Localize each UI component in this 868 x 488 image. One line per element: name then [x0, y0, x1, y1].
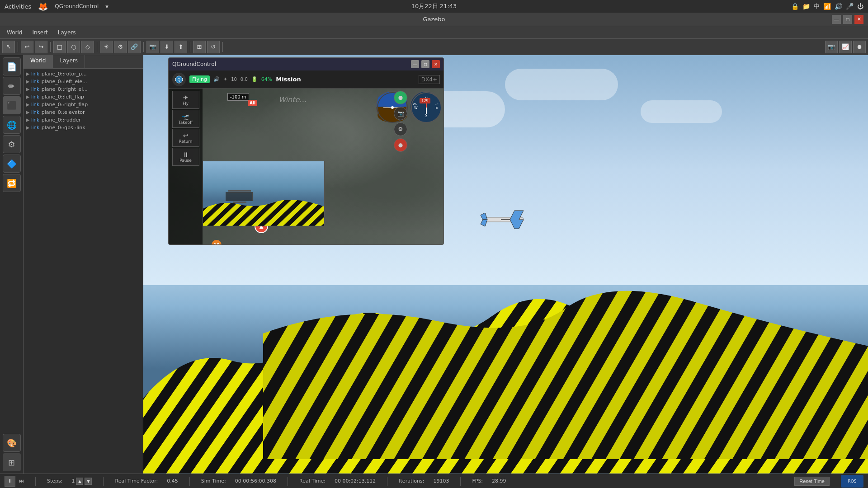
tree-name-5: plane_0::elevator	[42, 109, 85, 115]
sidebar-icon-files[interactable]: 📄	[3, 57, 21, 75]
datetime: 10月22日 21:43	[411, 3, 457, 9]
sidebar-icon-apps[interactable]: ⊞	[3, 453, 21, 471]
tree-item-1[interactable]: ▶ link plane_0::left_ele...	[24, 78, 143, 85]
input-method[interactable]: 中	[814, 2, 820, 10]
return-icon: ↩	[183, 132, 189, 139]
undo-button[interactable]: ↩	[21, 41, 33, 53]
steps-label: Steps:	[47, 478, 62, 484]
menu-insert[interactable]: Insert	[28, 28, 52, 37]
sim-time-label: Sim Time:	[201, 478, 226, 484]
fly-label: Fly	[183, 101, 189, 106]
tree-item-2[interactable]: ▶ link plane_0::right_el...	[24, 85, 143, 93]
fly-button[interactable]: ✈ Fly	[172, 91, 199, 109]
tree-label-3: link	[31, 94, 39, 99]
pause-button[interactable]: ⏸ Pause	[172, 148, 199, 166]
settings-overlay-button[interactable]: ⚙	[394, 122, 407, 136]
tab-world[interactable]: World	[24, 55, 53, 68]
tree-label-0: link	[31, 71, 39, 76]
app-name[interactable]: QGroundControl	[55, 3, 99, 9]
tab-mission[interactable]: Mission	[276, 76, 301, 83]
qgc-titlebar[interactable]: QGroundControl — □ ✕	[169, 58, 443, 70]
mini-drone-silhouette	[226, 192, 253, 201]
qgc-close[interactable]: ✕	[432, 60, 440, 68]
svg-text:129: 129	[421, 99, 428, 103]
close-button[interactable]: ✕	[854, 15, 863, 24]
tree-item-4[interactable]: ▶ link plane_0::right_flap	[24, 101, 143, 108]
sidebar-icon-browser[interactable]: 🌐	[3, 116, 21, 134]
record-tool[interactable]: ⏺	[853, 41, 866, 53]
toolbar-sep-5	[190, 42, 190, 52]
tree-name-6: plane_0::rudder	[42, 117, 81, 123]
menu-layers[interactable]: Layers	[53, 28, 80, 37]
tree-arrow-7: ▶	[26, 125, 31, 131]
tree-name-3: plane_0::left_flap	[42, 94, 84, 100]
panel-left: World Layers ▶ link plane_0::rotor_p... …	[24, 55, 143, 474]
qgc-map[interactable]: Winte... -100 m 10 All All ▲	[169, 89, 443, 244]
real-time-label: Real Time:	[299, 478, 326, 484]
svg-text:W-: W-	[413, 103, 417, 106]
loop-tool[interactable]: ↺	[207, 41, 220, 53]
sidebar-icon-gazebo[interactable]: ⚙	[3, 135, 21, 153]
settings-icon[interactable]: ✦	[223, 76, 227, 82]
qgc-maximize[interactable]: □	[421, 60, 429, 68]
tree-item-7[interactable]: ▶ link plane_0::gps::link	[24, 124, 143, 131]
reset-time-button[interactable]: Reset Time	[794, 477, 830, 486]
tree-item-0[interactable]: ▶ link plane_0::rotor_p...	[24, 70, 143, 78]
sidebar-icon-paint[interactable]: 🎨	[3, 434, 21, 452]
panel-tabs: World Layers	[24, 55, 143, 69]
menu-world[interactable]: World	[2, 28, 27, 37]
takeoff-label: Takeoff	[179, 120, 193, 125]
volume-icon: 🔊	[835, 3, 842, 10]
bottom-status-bar: ⏸ ⏭ Steps: 1 ▲ ▼ Real Time Factor: 0.45 …	[0, 474, 868, 488]
align-tool[interactable]: ⊞	[193, 41, 206, 53]
sidebar-icon-ros[interactable]: 🔁	[3, 174, 21, 192]
bottom-sep-3	[189, 477, 190, 486]
tree-item-3[interactable]: ▶ link plane_0::left_flap	[24, 93, 143, 101]
camera-photo-button[interactable]: 📷	[394, 107, 407, 120]
steps-up[interactable]: ▲	[76, 478, 83, 485]
takeoff-button[interactable]: 🛫 Takeoff	[172, 110, 199, 128]
speaker-icon[interactable]: 🔊	[213, 76, 220, 82]
toolbar-sep-2	[50, 42, 51, 52]
sidebar-icon-vscode[interactable]: 🔷	[3, 155, 21, 173]
redo-button[interactable]: ↪	[35, 41, 47, 53]
screenshot-tool[interactable]: 📷	[825, 41, 838, 53]
qgc-minimize[interactable]: —	[411, 60, 419, 68]
pause-sim-button[interactable]: ⏸	[5, 476, 15, 487]
link-tool[interactable]: ⚙	[114, 41, 127, 53]
tree-item-6[interactable]: ▶ link plane_0::rudder	[24, 116, 143, 124]
export-tool[interactable]: ⬆	[175, 41, 187, 53]
step-forward-icon[interactable]: ⏭	[19, 478, 24, 484]
select-rect-tool[interactable]: □	[53, 41, 66, 53]
minimize-button[interactable]: —	[832, 15, 841, 24]
return-button[interactable]: ↩ Return	[172, 129, 199, 147]
system-bar: Activities 🦊 QGroundControl ▾ 10月22日 21:…	[0, 0, 868, 13]
maximize-button[interactable]: □	[843, 15, 852, 24]
sun-tool[interactable]: ☀	[100, 41, 113, 53]
terrain-svg	[143, 222, 868, 474]
steps-down[interactable]: ▼	[85, 478, 92, 485]
select-diamond-tool[interactable]: ◇	[81, 41, 94, 53]
chain-tool[interactable]: 🔗	[128, 41, 141, 53]
activities-label[interactable]: Activities	[5, 3, 31, 10]
pointer-tool[interactable]: ↖	[2, 41, 15, 53]
gazebo-3d-view[interactable]: QGroundControl — □ ✕ Q Flying 🔊 ✦	[143, 55, 868, 474]
import-tool[interactable]: ⬇	[160, 41, 173, 53]
iterations-label: Iterations:	[399, 478, 424, 484]
camera-record-button[interactable]: ●	[394, 91, 407, 104]
sidebar-icon-pen[interactable]: ✏️	[3, 77, 21, 95]
graph-tool[interactable]: 📈	[839, 41, 852, 53]
stop-record-button[interactable]: ●	[394, 138, 407, 152]
camera-tool[interactable]: 📷	[146, 41, 159, 53]
tree-name-7: plane_0::gps::link	[42, 125, 85, 131]
left-sidebar: 📄 ✏️ ⬛ 🌐 ⚙ 🔷 🔁 🎨 ⊞	[0, 55, 24, 474]
gazebo-title: Gazebo	[423, 16, 445, 23]
select-circle-tool[interactable]: ○	[67, 41, 80, 53]
sidebar-icon-terminal[interactable]: ⬛	[3, 96, 21, 114]
tab-layers[interactable]: Layers	[53, 55, 85, 68]
tree-item-5[interactable]: ▶ link plane_0::elevator	[24, 108, 143, 116]
firefox-icon[interactable]: 🦊	[38, 2, 48, 11]
px4-logo: DX4+	[419, 75, 440, 84]
dropdown-icon[interactable]: ▾	[105, 3, 108, 10]
wind-speed: 10	[231, 77, 237, 82]
